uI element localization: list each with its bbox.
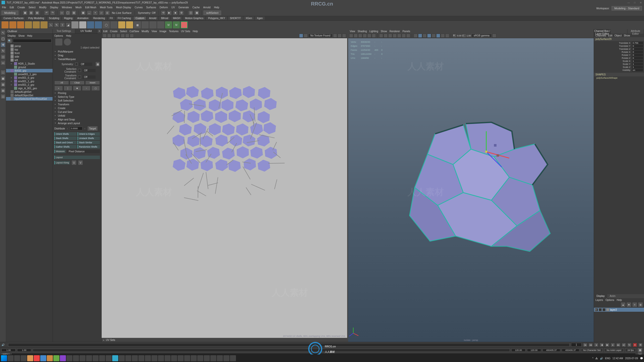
menu-file[interactable]: File bbox=[2, 6, 6, 9]
section-arrange-and-layout[interactable]: Arrange and Layout bbox=[53, 121, 101, 125]
layer-new-empty-icon[interactable]: + bbox=[632, 302, 637, 307]
uv-bake-icon[interactable] bbox=[338, 34, 342, 38]
vp-xray-icon[interactable] bbox=[441, 34, 445, 38]
brush-circle-icon[interactable] bbox=[64, 38, 71, 46]
outliner-tree[interactable]: persptopfrontsideleft+HDR_1_Studioground… bbox=[6, 44, 53, 342]
uv-frame-icon[interactable] bbox=[342, 34, 346, 38]
task-app10-icon[interactable] bbox=[93, 355, 99, 361]
wireframe-icon[interactable]: ▦ bbox=[194, 10, 199, 15]
uv-shade-icon[interactable] bbox=[116, 34, 120, 38]
shelftab-polygons_hky[interactable]: Polygons_HKY bbox=[206, 17, 227, 20]
shelftab-poly-modeling[interactable]: Poly Modeling bbox=[26, 17, 46, 20]
select-tool-icon[interactable]: ▭ bbox=[59, 10, 64, 15]
menu-edit-mesh[interactable]: Edit Mesh bbox=[85, 6, 96, 9]
symmetry-toggle[interactable] bbox=[75, 63, 78, 66]
layer-new-selected-icon[interactable]: ⊕ bbox=[638, 302, 643, 307]
section-soft-selection[interactable]: Soft Selection bbox=[53, 99, 101, 103]
play-end-icon[interactable]: ▸| bbox=[622, 343, 626, 347]
shelftab-fx[interactable]: FX bbox=[108, 17, 115, 20]
perspective-canvas[interactable]: Verts:30930/40--Edges:37973/60--Faces:12… bbox=[348, 38, 594, 342]
prefs-icon[interactable]: ⚙ bbox=[638, 343, 642, 347]
range-start[interactable]: 1.00 bbox=[17, 349, 31, 352]
shelftab-motion-graphics[interactable]: Motion Graphics bbox=[183, 17, 206, 20]
layer-vis-toggle[interactable]: V bbox=[595, 308, 598, 311]
new-scene-icon[interactable]: ▦ bbox=[23, 10, 28, 15]
uv-dim-icon[interactable] bbox=[130, 34, 134, 38]
layout-u-icon[interactable]: U bbox=[71, 160, 76, 165]
windows-taskbar[interactable]: ^ 🖧 🔊 ENG 12:42 AM 2020-07-09 💬 bbox=[0, 354, 644, 362]
channel-value[interactable]: 0.756 bbox=[632, 42, 643, 44]
shelf-circularize-icon[interactable]: ◯ bbox=[103, 21, 110, 28]
outliner-item[interactable]: side bbox=[6, 55, 53, 58]
vp-colorspace-dropdown[interactable]: sRGB gamma bbox=[471, 34, 492, 37]
toolkit-btn-orient-shells[interactable]: Orient Shells bbox=[54, 132, 77, 136]
section-select-by-type[interactable]: Select by Type bbox=[53, 95, 101, 99]
paint-select-icon[interactable]: ▨ bbox=[71, 10, 76, 15]
play-start-icon[interactable]: |◂ bbox=[583, 343, 587, 347]
outliner-item[interactable]: defaultLightSet bbox=[6, 90, 53, 94]
vp-isolate-icon[interactable] bbox=[436, 34, 440, 38]
task-app8-icon[interactable] bbox=[79, 355, 86, 361]
xray-icon[interactable]: ◫ bbox=[188, 10, 193, 15]
rotate-tool[interactable]: ↻ bbox=[1, 48, 6, 53]
outliner-item[interactable]: persp bbox=[6, 44, 53, 48]
brush-move-icon[interactable] bbox=[55, 38, 62, 46]
tab-tool-settings[interactable]: Tool Settings bbox=[53, 29, 75, 33]
tray-notif-icon[interactable]: 💬 bbox=[640, 357, 643, 360]
brush-option[interactable]: Pick/Marquee bbox=[53, 50, 101, 54]
current-frame[interactable]: 1 bbox=[571, 343, 582, 347]
shelf-flag-icon[interactable] bbox=[181, 21, 188, 28]
mode-edge-icon[interactable]: │ bbox=[64, 86, 72, 91]
uv-editor-toolbar[interactable]: No Texture Found bbox=[102, 33, 347, 38]
layer-down-icon[interactable]: ▼ bbox=[626, 302, 631, 307]
task-app19-icon[interactable] bbox=[158, 355, 164, 361]
toolkit-tabs[interactable]: Tool Settings UV Toolkit ✕ bbox=[53, 29, 101, 34]
task-app14-icon[interactable] bbox=[125, 355, 131, 361]
range-track[interactable] bbox=[33, 349, 510, 352]
toolkit-close-icon[interactable]: ✕ bbox=[97, 29, 101, 33]
shelftab-shortit[interactable]: SHORTIT bbox=[228, 17, 243, 20]
softselect-dropdown[interactable]: softSelect bbox=[204, 11, 221, 15]
last-tool[interactable]: ▭ bbox=[1, 60, 6, 65]
start-button[interactable] bbox=[1, 355, 7, 361]
section-create[interactable]: Create bbox=[53, 106, 101, 110]
range-slider[interactable]: 1.00 1.00 120.00 120.00 400405.37 400406… bbox=[0, 347, 644, 352]
vp-gamma-value[interactable]: 1.00 bbox=[467, 34, 471, 37]
outliner-item[interactable]: left bbox=[6, 58, 53, 62]
time-track[interactable] bbox=[8, 343, 570, 347]
undo-icon[interactable]: ↶ bbox=[44, 10, 49, 15]
outliner-item[interactable]: defaultObjectSet bbox=[6, 94, 53, 97]
layout-hyper-icon[interactable]: ◫ bbox=[1, 94, 6, 99]
task-app22-icon[interactable] bbox=[178, 355, 184, 361]
task-app7-icon[interactable] bbox=[73, 355, 79, 361]
range-start-outer[interactable]: 1.00 bbox=[2, 349, 16, 352]
shelftab-animation[interactable]: Animation bbox=[75, 17, 90, 20]
vp-grid-icon[interactable] bbox=[379, 34, 383, 38]
distribute-target-button[interactable]: Target bbox=[87, 126, 98, 131]
window-min-icon[interactable]: — bbox=[627, 1, 630, 4]
outliner-search-icon[interactable]: 🔍 bbox=[7, 38, 12, 43]
task-search-icon[interactable] bbox=[8, 355, 14, 361]
brush-option[interactable]: Tweak/Marquee bbox=[53, 57, 101, 61]
distribute-input[interactable] bbox=[70, 127, 83, 130]
vp-color-mgmt-icon[interactable] bbox=[492, 34, 496, 38]
outliner-item[interactable]: inputSelectionFilterResultSet bbox=[6, 97, 53, 101]
step-fwd-icon[interactable]: ▸ bbox=[611, 343, 615, 347]
loop-icon[interactable]: ↻ bbox=[627, 343, 631, 347]
channel-attrs[interactable]: Translate X0.756Translate Y0Translate Z0… bbox=[594, 41, 644, 72]
shelf-tabs[interactable]: Curves / SurfacesPoly ModelingSculptingR… bbox=[0, 16, 644, 21]
layer-row[interactable]: V layer2 bbox=[594, 308, 644, 312]
layout-button[interactable]: Layout bbox=[54, 156, 100, 159]
menu-generate[interactable]: Generate bbox=[178, 6, 189, 9]
channel-value[interactable]: 1 bbox=[632, 66, 643, 68]
task-app9-icon[interactable] bbox=[86, 355, 92, 361]
menu-mesh-display[interactable]: Mesh Display bbox=[116, 6, 131, 9]
ipr-icon[interactable]: ■ bbox=[173, 10, 178, 15]
snap-plane-icon[interactable]: ▱ bbox=[99, 10, 104, 15]
vp-safe-action-icon[interactable] bbox=[402, 34, 406, 38]
menu-select[interactable]: Select bbox=[28, 6, 35, 9]
task-app2-icon[interactable] bbox=[40, 355, 46, 361]
range-end[interactable]: 120.00 bbox=[511, 349, 526, 352]
outliner-item[interactable]: +HDR_1_Studio bbox=[6, 62, 53, 65]
vp-lock-cam-icon[interactable] bbox=[354, 34, 358, 38]
